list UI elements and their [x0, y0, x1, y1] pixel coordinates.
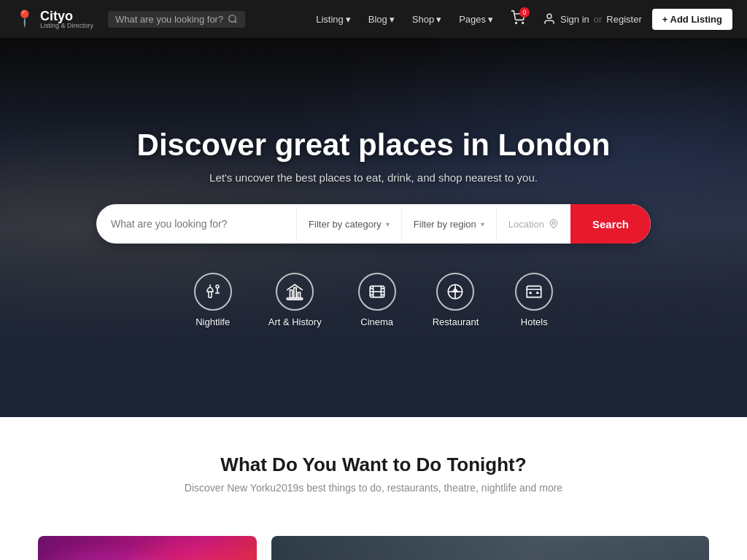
category-chevron-icon — [386, 220, 390, 228]
region-dropdown[interactable]: Filter by region — [402, 207, 497, 241]
hotels-icon — [515, 273, 553, 311]
cart-button[interactable]: 0 — [503, 6, 533, 32]
svg-point-6 — [216, 285, 219, 288]
nav-auth: Sign in or Register — [535, 8, 649, 30]
brand-logo[interactable]: 📍 Cityo Listing & Directory — [15, 9, 93, 29]
add-listing-button[interactable]: + Add Listing — [652, 9, 732, 30]
hero-search-form: Filter by category Filter by region Loca… — [96, 204, 651, 244]
svg-point-15 — [530, 292, 531, 293]
tonight-section: What Do You Want to Do Tonight? Discover… — [0, 417, 747, 536]
section-title: What Do You Want to Do Tonight? — [15, 454, 732, 476]
category-cinema[interactable]: Cinema — [358, 273, 396, 327]
category-hotels[interactable]: Hotels — [515, 273, 553, 327]
category-restaurant[interactable]: Restaurant — [433, 273, 479, 327]
search-input[interactable] — [111, 206, 282, 241]
art-history-icon — [276, 273, 314, 311]
hero-title: Discover great places in London — [15, 128, 732, 163]
nav-listing[interactable]: Listing — [309, 9, 358, 29]
chevron-down-icon — [436, 14, 441, 25]
chevron-down-icon — [488, 14, 493, 25]
search-input-wrap[interactable] — [96, 206, 297, 241]
region-chevron-icon — [481, 220, 484, 228]
restaurant-bg-image — [271, 536, 709, 560]
hero-content: Discover great places in London Let's un… — [0, 128, 747, 327]
location-placeholder: Location — [508, 219, 544, 230]
nav-search-text: What are you looking for? — [115, 14, 223, 25]
category-label: Filter by category — [309, 219, 382, 230]
chevron-down-icon — [390, 14, 395, 25]
nav-links: Listing Blog Shop Pages 0 Sign in or Reg… — [309, 6, 732, 32]
svg-line-1 — [235, 21, 237, 23]
nav-pages[interactable]: Pages — [452, 9, 500, 29]
svg-rect-11 — [294, 288, 296, 298]
svg-point-4 — [547, 14, 551, 18]
navbar: 📍 Cityo Listing & Directory What are you… — [0, 0, 747, 38]
search-button[interactable]: Search — [570, 204, 651, 244]
brand-name: Cityo — [40, 9, 93, 23]
brand-tagline: Listing & Directory — [40, 23, 93, 29]
category-dropdown[interactable]: Filter by category — [297, 207, 402, 241]
concert-bg-image — [38, 536, 257, 560]
or-separator: or — [594, 14, 603, 25]
search-icon — [228, 14, 238, 24]
restaurant-label: Restaurant — [433, 316, 479, 327]
register-link[interactable]: Register — [606, 14, 641, 25]
svg-point-2 — [516, 23, 517, 24]
cinema-icon — [358, 273, 396, 311]
nightlife-icon — [194, 273, 232, 311]
card-concert[interactable] — [38, 536, 257, 560]
card-restaurant[interactable]: Restaurant 2 Listings — [271, 536, 709, 560]
svg-rect-12 — [298, 292, 301, 298]
svg-point-3 — [522, 23, 524, 24]
art-history-label: Art & History — [268, 316, 322, 327]
svg-point-0 — [229, 15, 236, 22]
location-input-wrap[interactable]: Location — [497, 207, 570, 241]
section-subtitle: Discover New Yorku2019s best things to d… — [15, 482, 732, 494]
category-art-history[interactable]: Art & History — [268, 273, 322, 327]
hero-subtitle: Let's uncover the best places to eat, dr… — [15, 171, 732, 184]
region-label: Filter by region — [414, 219, 476, 230]
user-icon — [543, 12, 556, 26]
nav-search-bar[interactable]: What are you looking for? — [108, 11, 245, 28]
location-icon — [549, 219, 559, 229]
restaurant-icon — [436, 273, 474, 311]
svg-point-16 — [538, 292, 538, 293]
chevron-down-icon — [346, 14, 351, 25]
cart-badge: 0 — [519, 7, 530, 18]
nightlife-label: Nightlife — [196, 316, 230, 327]
signin-link[interactable]: Sign in — [560, 14, 589, 25]
hero-section: Discover great places in London Let's un… — [0, 38, 747, 417]
cards-row: Restaurant 2 Listings — [0, 536, 747, 560]
nav-shop[interactable]: Shop — [405, 9, 449, 29]
svg-rect-10 — [290, 290, 293, 298]
category-icons-row: Nightlife Art & History Cinema Restauran… — [15, 273, 732, 327]
brand-pin-icon: 📍 — [15, 9, 34, 28]
hotels-label: Hotels — [521, 316, 548, 327]
category-nightlife[interactable]: Nightlife — [194, 273, 232, 327]
nav-blog[interactable]: Blog — [361, 9, 402, 29]
svg-point-5 — [552, 222, 555, 225]
cinema-label: Cinema — [360, 316, 393, 327]
